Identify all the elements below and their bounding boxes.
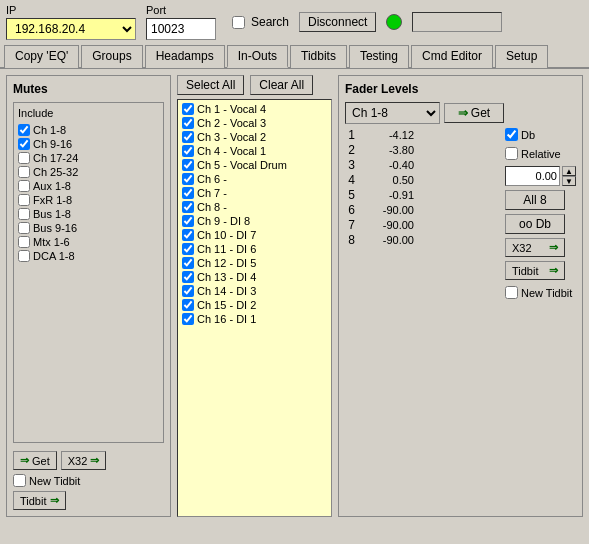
ch4-label: Ch 4 - Vocal 1 — [197, 145, 266, 157]
mute-aux1-8-checkbox[interactable] — [18, 180, 30, 192]
mute-dca1-8-checkbox[interactable] — [18, 250, 30, 262]
right-tidbit-button[interactable]: Tidbit ⇒ — [505, 261, 565, 280]
ch10-label: Ch 10 - DI 7 — [197, 229, 256, 241]
mutes-title: Mutes — [13, 82, 164, 96]
ch16-checkbox[interactable] — [182, 313, 194, 325]
ch3-checkbox[interactable] — [182, 131, 194, 143]
list-item: Ch 14 - DI 3 — [180, 284, 329, 298]
left-tidbit-arrow-icon: ⇒ — [50, 494, 59, 507]
fader-row-4: 4 0.50 — [345, 173, 495, 187]
fader-val-7: -90.00 — [359, 219, 414, 231]
fader-select[interactable]: Ch 1-8 Ch 9-16 Ch 17-24 Ch 25-32 — [345, 102, 440, 124]
fader-num-3: 3 — [345, 158, 355, 172]
right-new-tidbit-row: New Tidbit — [505, 286, 576, 299]
ch4-checkbox[interactable] — [182, 145, 194, 157]
ch1-label: Ch 1 - Vocal 4 — [197, 103, 266, 115]
spin-up-button[interactable]: ▲ — [562, 166, 576, 176]
right-controls: Db Relative ▲ ▼ All 8 oo Db X32 — [505, 128, 576, 299]
relative-checkbox[interactable] — [505, 147, 518, 160]
right-new-tidbit-label: New Tidbit — [521, 287, 572, 299]
db-checkbox[interactable] — [505, 128, 518, 141]
tab-cmd-editor[interactable]: Cmd Editor — [411, 45, 493, 68]
ch1-checkbox[interactable] — [182, 103, 194, 115]
mute-mtx1-6: Mtx 1-6 — [18, 236, 159, 248]
mute-dca1-8: DCA 1-8 — [18, 250, 159, 262]
mute-fxr1-8-checkbox[interactable] — [18, 194, 30, 206]
mute-ch25-32-label: Ch 25-32 — [33, 166, 78, 178]
left-btn-row: ⇒ Get X32 ⇒ — [13, 451, 106, 470]
value-input[interactable] — [505, 166, 560, 186]
disconnect-button[interactable]: Disconnect — [299, 12, 376, 32]
fader-row-2: 2 -3.80 — [345, 143, 495, 157]
mute-dca1-8-label: DCA 1-8 — [33, 250, 75, 262]
fader-get-button[interactable]: ⇒ Get — [444, 103, 504, 123]
mute-ch17-24: Ch 17-24 — [18, 152, 159, 164]
ch5-checkbox[interactable] — [182, 159, 194, 171]
value-spinner: ▲ ▼ — [562, 166, 576, 186]
fader-row-7: 7 -90.00 — [345, 218, 495, 232]
oo-db-button[interactable]: oo Db — [505, 214, 565, 234]
left-x32-button[interactable]: X32 ⇒ — [61, 451, 107, 470]
channel-list-box[interactable]: Ch 1 - Vocal 4 Ch 2 - Vocal 3 Ch 3 - Voc… — [177, 99, 332, 517]
ch6-label: Ch 6 - — [197, 173, 227, 185]
mute-ch9-16-checkbox[interactable] — [18, 138, 30, 150]
left-tidbit-button[interactable]: Tidbit ⇒ — [13, 491, 66, 510]
fader-title: Fader Levels — [345, 82, 576, 96]
all8-button[interactable]: All 8 — [505, 190, 565, 210]
fader-num-6: 6 — [345, 203, 355, 217]
list-item: Ch 6 - — [180, 172, 329, 186]
ch10-checkbox[interactable] — [182, 229, 194, 241]
right-x32-button[interactable]: X32 ⇒ — [505, 238, 565, 257]
list-item: Ch 15 - DI 2 — [180, 298, 329, 312]
tab-copy-eq[interactable]: Copy 'EQ' — [4, 45, 79, 68]
tab-in-outs[interactable]: In-Outs — [227, 45, 288, 68]
spin-down-button[interactable]: ▼ — [562, 176, 576, 186]
mute-ch1-8-label: Ch 1-8 — [33, 124, 66, 136]
tab-testing[interactable]: Testing — [349, 45, 409, 68]
ch12-checkbox[interactable] — [182, 257, 194, 269]
mute-bus9-16-label: Bus 9-16 — [33, 222, 77, 234]
mute-bus9-16-checkbox[interactable] — [18, 222, 30, 234]
fader-num-4: 4 — [345, 173, 355, 187]
tab-headamps[interactable]: Headamps — [145, 45, 225, 68]
ch2-checkbox[interactable] — [182, 117, 194, 129]
ch2-label: Ch 2 - Vocal 3 — [197, 117, 266, 129]
mute-ch17-24-checkbox[interactable] — [18, 152, 30, 164]
ch7-checkbox[interactable] — [182, 187, 194, 199]
ch9-label: Ch 9 - DI 8 — [197, 215, 250, 227]
mute-aux1-8-label: Aux 1-8 — [33, 180, 71, 192]
fader-select-row: Ch 1-8 Ch 9-16 Ch 17-24 Ch 25-32 ⇒ Get — [345, 102, 576, 124]
left-get-button[interactable]: ⇒ Get — [13, 451, 57, 470]
ip-input[interactable]: 192.168.20.4 — [6, 18, 136, 40]
ch14-checkbox[interactable] — [182, 285, 194, 297]
tab-setup[interactable]: Setup — [495, 45, 548, 68]
ch6-checkbox[interactable] — [182, 173, 194, 185]
mute-ch1-8-checkbox[interactable] — [18, 124, 30, 136]
ch8-checkbox[interactable] — [182, 201, 194, 213]
ch13-checkbox[interactable] — [182, 271, 194, 283]
clear-all-button[interactable]: Clear All — [250, 75, 313, 95]
mute-ch25-32-checkbox[interactable] — [18, 166, 30, 178]
right-new-tidbit-checkbox[interactable] — [505, 286, 518, 299]
mute-bus1-8-checkbox[interactable] — [18, 208, 30, 220]
fader-val-5: -0.91 — [359, 189, 414, 201]
ch16-label: Ch 16 - DI 1 — [197, 313, 256, 325]
ch15-checkbox[interactable] — [182, 299, 194, 311]
port-input[interactable] — [146, 18, 216, 40]
list-item: Ch 2 - Vocal 3 — [180, 116, 329, 130]
mute-mtx1-6-checkbox[interactable] — [18, 236, 30, 248]
search-checkbox[interactable] — [232, 16, 245, 29]
fader-val-6: -90.00 — [359, 204, 414, 216]
tab-groups[interactable]: Groups — [81, 45, 142, 68]
mute-fxr1-8: FxR 1-8 — [18, 194, 159, 206]
right-x32-label: X32 — [512, 242, 532, 254]
select-all-button[interactable]: Select All — [177, 75, 244, 95]
ch11-checkbox[interactable] — [182, 243, 194, 255]
mutes-panel: Mutes Include Ch 1-8 Ch 9-16 Ch 17-24 Ch… — [6, 75, 171, 517]
tab-tidbits[interactable]: Tidbits — [290, 45, 347, 68]
right-tidbit-arrow-icon: ⇒ — [549, 264, 558, 277]
left-new-tidbit-checkbox[interactable] — [13, 474, 26, 487]
ch9-checkbox[interactable] — [182, 215, 194, 227]
fader-val-2: -3.80 — [359, 144, 414, 156]
ip-field-group: IP 192.168.20.4 — [6, 4, 136, 40]
